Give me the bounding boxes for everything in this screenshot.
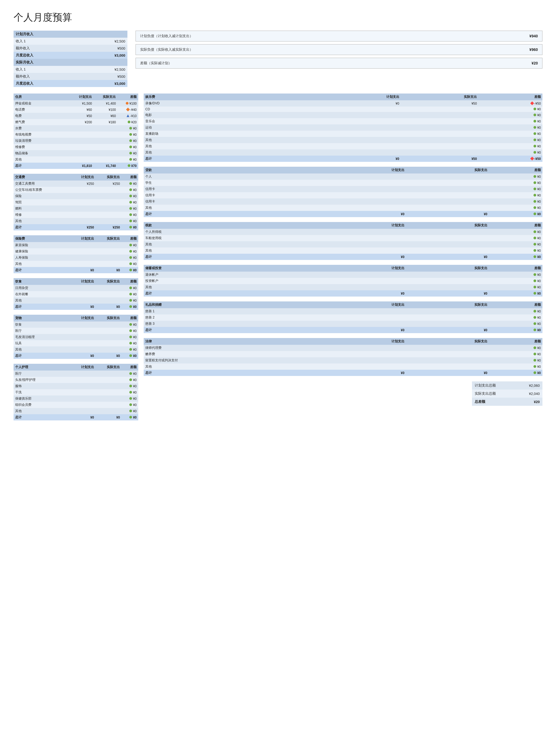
row-actual bbox=[96, 291, 122, 297]
actual-col-header: 实际支出 bbox=[94, 94, 117, 100]
table-row: 个人 ¥0 bbox=[144, 174, 543, 180]
status-icon-green bbox=[533, 200, 536, 203]
total-label: 总计 bbox=[144, 370, 323, 376]
total-diff: ¥0 bbox=[121, 414, 138, 421]
row-diff: ¥0 bbox=[121, 334, 138, 340]
row-planned bbox=[70, 248, 96, 255]
total-actual: ¥0 bbox=[96, 414, 122, 421]
row-planned bbox=[323, 199, 406, 205]
row-actual bbox=[96, 408, 122, 414]
actual-col-header: 实际支出 bbox=[96, 364, 122, 370]
status-icon-green bbox=[129, 256, 132, 259]
total-diff: ¥70 bbox=[117, 163, 138, 169]
planned-row-3-name: 月度总收入 bbox=[13, 52, 74, 59]
total-actual: ¥0 bbox=[406, 327, 489, 333]
row-diff: ¥0 bbox=[121, 297, 138, 303]
row-diff: ¥100 bbox=[117, 100, 138, 107]
total-diff: ¥0 bbox=[489, 290, 543, 296]
total-planned: ¥0 bbox=[323, 254, 406, 260]
status-icon-green bbox=[129, 188, 132, 191]
table-row: 运动 ¥0 bbox=[144, 124, 543, 131]
row-planned bbox=[323, 315, 406, 321]
row-planned bbox=[323, 235, 406, 241]
row-actual bbox=[406, 363, 489, 370]
row-diff: ¥0 bbox=[489, 272, 543, 278]
row-planned bbox=[323, 357, 406, 363]
row-name: 其他 bbox=[144, 137, 323, 143]
row-name: 日用杂货 bbox=[13, 285, 70, 291]
row-diff: ¥0 bbox=[121, 261, 138, 267]
row-name: 留置权支付或判决支付 bbox=[144, 357, 323, 363]
page-title: 个人月度预算 bbox=[13, 11, 543, 24]
difference-box: 差额（实际减计划） ¥20 bbox=[136, 58, 543, 69]
status-icon-green bbox=[129, 385, 132, 387]
row-planned bbox=[70, 322, 96, 328]
total-row: 总计 ¥1,810 ¥1,740 ¥70 bbox=[13, 163, 138, 169]
row-name: 其他 bbox=[13, 347, 70, 353]
row-planned bbox=[70, 291, 96, 297]
status-icon-green bbox=[533, 328, 536, 331]
row-diff: ¥0 bbox=[489, 229, 543, 235]
row-actual bbox=[96, 206, 122, 212]
row-name: 个人 bbox=[144, 174, 323, 180]
total-row: 总计 ¥0 ¥0 ¥0 bbox=[144, 327, 543, 333]
total-diff: ¥0 bbox=[489, 327, 543, 333]
row-actual bbox=[96, 402, 122, 408]
status-icon-green bbox=[129, 305, 132, 308]
row-planned bbox=[70, 212, 96, 218]
row-actual bbox=[406, 174, 489, 180]
actual-row-3-value: ¥3,000 bbox=[86, 80, 128, 87]
total-planned: ¥0 bbox=[323, 155, 401, 162]
row-diff: ¥0 bbox=[479, 131, 543, 137]
status-icon-orange bbox=[126, 102, 129, 105]
table-row: 保健俱乐部 ¥0 bbox=[13, 395, 138, 402]
row-planned bbox=[70, 138, 94, 144]
row-diff: -¥10 bbox=[117, 113, 138, 119]
difference-value: ¥20 bbox=[532, 61, 538, 65]
status-icon-diamond-red bbox=[530, 156, 534, 160]
status-icon-green bbox=[129, 342, 132, 345]
row-diff: ¥0 bbox=[117, 144, 138, 150]
actual-col-header: 实际支出 bbox=[96, 235, 122, 242]
row-name: 其他 bbox=[144, 248, 323, 254]
row-planned bbox=[70, 347, 96, 353]
row-diff: ¥0 bbox=[121, 199, 138, 206]
row-name: 录像/DVD bbox=[144, 100, 323, 107]
section-name-header: 保险费 bbox=[13, 235, 70, 242]
row-name: 干洗 bbox=[13, 389, 70, 395]
row-name: 其他 bbox=[144, 205, 323, 211]
row-name: 其他 bbox=[13, 261, 70, 267]
row-name: 信用卡 bbox=[144, 199, 323, 205]
total-label: 总计 bbox=[13, 224, 70, 230]
status-icon-green bbox=[533, 151, 536, 154]
actual-income-label: 实际月收入 bbox=[13, 59, 74, 66]
table-row: 其他 ¥0 bbox=[13, 218, 138, 224]
row-actual bbox=[94, 144, 117, 150]
table-row: 医疗 ¥0 bbox=[13, 370, 138, 377]
row-diff: ¥0 bbox=[121, 340, 138, 347]
row-actual bbox=[96, 261, 122, 267]
row-name: 电话费 bbox=[13, 107, 70, 113]
total-row: 总计 ¥250 ¥250 ¥0 bbox=[13, 224, 138, 230]
section-贷款: 贷款 计划支出 实际支出 差额 个人 ¥0 学生 ¥0 信用卡 ¥0 信用卡 bbox=[144, 167, 543, 217]
row-planned bbox=[323, 241, 406, 248]
total-diff: ¥0 bbox=[121, 224, 138, 230]
table-row: 维修费 ¥0 bbox=[13, 144, 138, 150]
status-icon-diamond-red bbox=[530, 101, 534, 105]
row-planned bbox=[323, 186, 406, 192]
table-row: 公交车/出租车票费 ¥0 bbox=[13, 187, 138, 193]
row-actual bbox=[96, 328, 122, 334]
table-row: 其他 ¥0 bbox=[13, 297, 138, 303]
row-name: 垃圾清理费 bbox=[13, 138, 70, 144]
section-name-header: 住房 bbox=[13, 94, 70, 100]
row-diff: ¥0 bbox=[121, 181, 138, 187]
row-name: 服饰 bbox=[13, 383, 70, 389]
row-diff: ¥0 bbox=[121, 395, 138, 402]
row-actual bbox=[401, 137, 479, 143]
income-table: 计划月收入 收入 1 ¥2,500 额外收入 ¥500 月度总收入 ¥3,000 bbox=[13, 31, 128, 87]
status-icon-green bbox=[129, 293, 132, 295]
row-name: 公交车/出租车票费 bbox=[13, 187, 70, 193]
row-actual: ¥1,400 bbox=[94, 100, 117, 107]
section-name-header: 法律 bbox=[144, 338, 323, 345]
row-planned bbox=[323, 345, 406, 351]
